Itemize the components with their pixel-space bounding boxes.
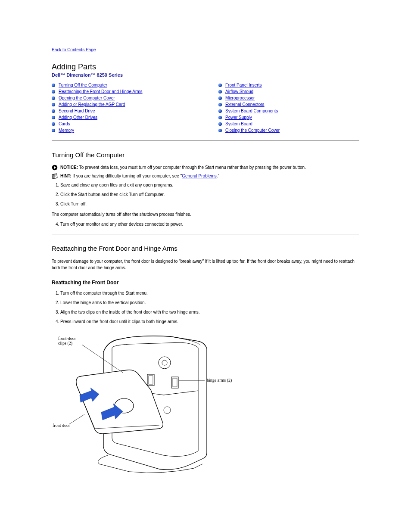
turnoff-steps: Save and close any open files and exit a…	[60, 182, 359, 208]
toc-link-opening[interactable]: Opening the Computer Cover	[59, 96, 115, 100]
toc-link-door-hinge[interactable]: Reattaching the Front Door and Hinge Arm…	[59, 89, 143, 94]
table-of-contents: Turning Off the Computer Reattaching the…	[52, 83, 359, 134]
list-item: Turn off your monitor and any other devi…	[60, 221, 359, 228]
section-heading-door: Reattaching the Front Door and Hinge Arm…	[52, 245, 359, 252]
bullet-icon	[218, 116, 222, 119]
product-subtitle: Dell™ Dimension™ 8250 Series	[52, 72, 359, 78]
bullet-icon	[52, 84, 55, 87]
notice-icon	[52, 165, 58, 171]
svg-line-11	[69, 414, 84, 424]
toc-link-front-panel[interactable]: Front Panel Inserts	[225, 83, 262, 87]
bullet-icon	[218, 122, 222, 126]
list-item: Turn off the computer through the Start …	[60, 290, 359, 297]
toc-link-airflow[interactable]: Airflow Shroud	[225, 89, 253, 94]
bullet-icon	[218, 96, 222, 100]
toc-link-memory[interactable]: Memory	[59, 128, 74, 133]
bullet-icon	[218, 129, 222, 132]
divider	[52, 234, 359, 234]
page-title: Adding Parts	[52, 62, 359, 72]
toc-link-microproc[interactable]: Microprocessor	[225, 96, 255, 100]
list-item: Press inward on the front door until it …	[60, 318, 359, 325]
bullet-icon	[218, 84, 222, 87]
bullet-icon	[52, 116, 55, 119]
toc-link-agp[interactable]: Adding or Replacing the AGP Card	[59, 102, 125, 107]
body-paragraph: To prevent damage to your computer, the …	[52, 258, 359, 271]
bullet-icon	[218, 109, 222, 113]
bullet-icon	[52, 109, 55, 113]
toc-link-sysboard2[interactable]: System Board	[225, 121, 252, 126]
hint-body: If you are having difficulty turning off…	[72, 174, 182, 178]
back-to-contents-link[interactable]: Back to Contents Page	[52, 47, 96, 52]
notice-text: NOTICE: To prevent data loss, you must t…	[60, 165, 306, 171]
list-item: Lower the hinge arms to the vertical pos…	[60, 299, 359, 306]
bullet-icon	[218, 90, 222, 93]
general-problems-link[interactable]: General Problems	[182, 174, 217, 178]
bullet-icon	[52, 96, 55, 100]
notice-body: To prevent data loss, you must turn off …	[78, 165, 306, 170]
svg-rect-3	[147, 374, 154, 386]
svg-rect-6	[173, 378, 177, 387]
list-item: Click Turn off.	[60, 201, 359, 208]
svg-point-7	[164, 407, 171, 414]
svg-line-9	[82, 345, 123, 373]
body-paragraph: The computer automatically turns off aft…	[52, 211, 359, 218]
bullet-icon	[52, 90, 55, 93]
toc-link-turning-off[interactable]: Turning Off the Computer	[59, 83, 107, 87]
turnoff-steps-cont: Turn off your monitor and any other devi…	[60, 221, 359, 228]
toc-link-second-hd[interactable]: Second Hard Drive	[59, 109, 95, 113]
bullet-icon	[52, 129, 55, 132]
list-item: Click the Start button and then click Tu…	[60, 191, 359, 198]
fig-label-clips: front-doorclips (2)	[58, 336, 76, 346]
svg-point-2	[162, 360, 167, 365]
fig-label-door: front door	[53, 423, 70, 428]
bullet-icon	[218, 103, 222, 106]
toc-link-closing[interactable]: Closing the Computer Cover	[225, 128, 280, 133]
fig-label-arms: hinge arms (2)	[207, 378, 232, 383]
front-door-figure: front-doorclips (2) hinge arms (2) front…	[52, 330, 359, 473]
svg-rect-4	[149, 376, 153, 384]
bullet-icon	[52, 122, 55, 126]
divider	[52, 140, 359, 141]
bullet-icon	[52, 103, 55, 106]
hint-after: ."	[217, 174, 219, 178]
toc-link-power[interactable]: Power Supply	[225, 115, 252, 120]
subsection-heading-door: Reattaching the Front Door	[52, 280, 359, 286]
hint-label: HINT:	[60, 174, 72, 178]
toc-link-cards[interactable]: Cards	[59, 121, 70, 126]
hint-text: HINT: If you are having difficulty turni…	[60, 173, 219, 179]
notice-label: NOTICE:	[60, 165, 78, 170]
svg-rect-5	[171, 377, 178, 388]
toc-link-sysboard[interactable]: System Board Components	[225, 109, 278, 113]
list-item: Save and close any open files and exit a…	[60, 182, 359, 189]
toc-link-add-drives[interactable]: Adding Other Drives	[59, 115, 97, 120]
toc-column-right: Front Panel Inserts Airflow Shroud Micro…	[218, 83, 359, 134]
svg-point-1	[159, 357, 171, 369]
hint-icon	[52, 173, 58, 179]
toc-column-left: Turning Off the Computer Reattaching the…	[52, 83, 193, 134]
toc-link-ext-conn[interactable]: External Connectors	[225, 102, 265, 107]
section-heading-turnoff: Turning Off the Computer	[52, 151, 359, 159]
door-steps: Turn off the computer through the Start …	[60, 290, 359, 325]
hint-row: HINT: If you are having difficulty turni…	[52, 173, 359, 179]
notice-row: NOTICE: To prevent data loss, you must t…	[52, 165, 359, 171]
list-item: Align the two clips on the inside of the…	[60, 309, 359, 316]
